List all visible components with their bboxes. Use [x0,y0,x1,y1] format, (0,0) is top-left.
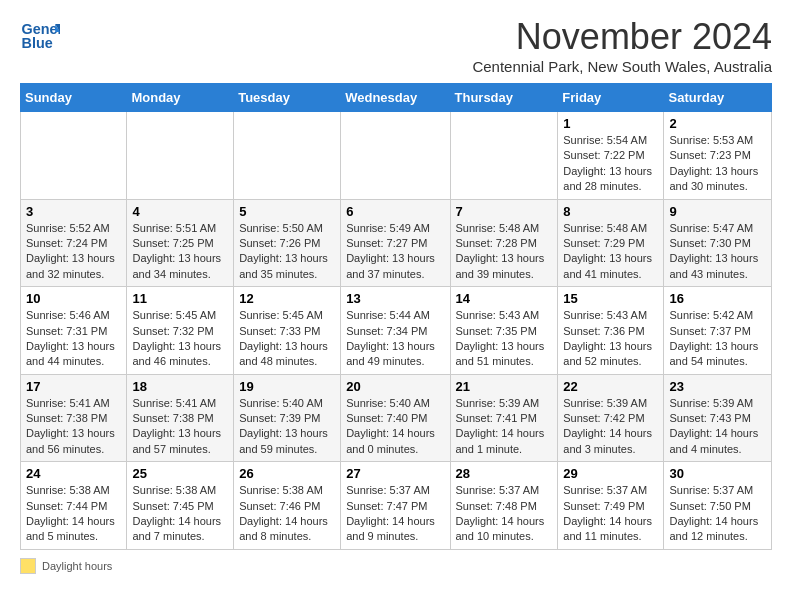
calendar-cell [341,112,450,200]
calendar-cell: 28Sunrise: 5:37 AM Sunset: 7:48 PM Dayli… [450,462,558,550]
header-friday: Friday [558,84,664,112]
day-info: Sunrise: 5:53 AM Sunset: 7:23 PM Dayligh… [669,133,766,195]
header-wednesday: Wednesday [341,84,450,112]
calendar-cell: 9Sunrise: 5:47 AM Sunset: 7:30 PM Daylig… [664,199,772,287]
calendar-cell: 17Sunrise: 5:41 AM Sunset: 7:38 PM Dayli… [21,374,127,462]
calendar-cell: 6Sunrise: 5:49 AM Sunset: 7:27 PM Daylig… [341,199,450,287]
day-number: 6 [346,204,444,219]
calendar-cell: 12Sunrise: 5:45 AM Sunset: 7:33 PM Dayli… [234,287,341,375]
calendar-cell: 11Sunrise: 5:45 AM Sunset: 7:32 PM Dayli… [127,287,234,375]
day-number: 13 [346,291,444,306]
calendar-cell [234,112,341,200]
day-info: Sunrise: 5:38 AM Sunset: 7:44 PM Dayligh… [26,483,121,545]
day-info: Sunrise: 5:54 AM Sunset: 7:22 PM Dayligh… [563,133,658,195]
day-number: 10 [26,291,121,306]
day-number: 12 [239,291,335,306]
day-number: 20 [346,379,444,394]
day-number: 7 [456,204,553,219]
day-info: Sunrise: 5:43 AM Sunset: 7:36 PM Dayligh… [563,308,658,370]
calendar-cell: 15Sunrise: 5:43 AM Sunset: 7:36 PM Dayli… [558,287,664,375]
week-row-1: 1Sunrise: 5:54 AM Sunset: 7:22 PM Daylig… [21,112,772,200]
day-info: Sunrise: 5:43 AM Sunset: 7:35 PM Dayligh… [456,308,553,370]
calendar-cell: 18Sunrise: 5:41 AM Sunset: 7:38 PM Dayli… [127,374,234,462]
calendar-cell: 30Sunrise: 5:37 AM Sunset: 7:50 PM Dayli… [664,462,772,550]
calendar-cell: 3Sunrise: 5:52 AM Sunset: 7:24 PM Daylig… [21,199,127,287]
calendar-cell: 13Sunrise: 5:44 AM Sunset: 7:34 PM Dayli… [341,287,450,375]
day-number: 21 [456,379,553,394]
day-number: 14 [456,291,553,306]
calendar-cell: 27Sunrise: 5:37 AM Sunset: 7:47 PM Dayli… [341,462,450,550]
day-info: Sunrise: 5:48 AM Sunset: 7:28 PM Dayligh… [456,221,553,283]
day-info: Sunrise: 5:45 AM Sunset: 7:33 PM Dayligh… [239,308,335,370]
logo-icon: General Blue [20,16,60,56]
day-number: 19 [239,379,335,394]
day-number: 5 [239,204,335,219]
day-number: 17 [26,379,121,394]
day-info: Sunrise: 5:50 AM Sunset: 7:26 PM Dayligh… [239,221,335,283]
day-number: 15 [563,291,658,306]
svg-text:General: General [22,21,60,37]
day-info: Sunrise: 5:39 AM Sunset: 7:43 PM Dayligh… [669,396,766,458]
header-saturday: Saturday [664,84,772,112]
week-row-3: 10Sunrise: 5:46 AM Sunset: 7:31 PM Dayli… [21,287,772,375]
day-number: 2 [669,116,766,131]
calendar-cell: 20Sunrise: 5:40 AM Sunset: 7:40 PM Dayli… [341,374,450,462]
day-info: Sunrise: 5:49 AM Sunset: 7:27 PM Dayligh… [346,221,444,283]
day-info: Sunrise: 5:47 AM Sunset: 7:30 PM Dayligh… [669,221,766,283]
day-info: Sunrise: 5:37 AM Sunset: 7:49 PM Dayligh… [563,483,658,545]
calendar-cell: 1Sunrise: 5:54 AM Sunset: 7:22 PM Daylig… [558,112,664,200]
calendar-cell: 23Sunrise: 5:39 AM Sunset: 7:43 PM Dayli… [664,374,772,462]
location-subtitle: Centennial Park, New South Wales, Austra… [472,58,772,75]
day-info: Sunrise: 5:39 AM Sunset: 7:42 PM Dayligh… [563,396,658,458]
day-info: Sunrise: 5:38 AM Sunset: 7:46 PM Dayligh… [239,483,335,545]
month-title: November 2024 [472,16,772,58]
daylight-legend-label: Daylight hours [42,560,112,572]
day-info: Sunrise: 5:37 AM Sunset: 7:50 PM Dayligh… [669,483,766,545]
day-info: Sunrise: 5:38 AM Sunset: 7:45 PM Dayligh… [132,483,228,545]
calendar-cell [127,112,234,200]
day-info: Sunrise: 5:41 AM Sunset: 7:38 PM Dayligh… [26,396,121,458]
calendar-cell: 8Sunrise: 5:48 AM Sunset: 7:29 PM Daylig… [558,199,664,287]
page-header: General Blue November 2024 Centennial Pa… [20,16,772,75]
day-info: Sunrise: 5:39 AM Sunset: 7:41 PM Dayligh… [456,396,553,458]
day-info: Sunrise: 5:40 AM Sunset: 7:40 PM Dayligh… [346,396,444,458]
calendar-cell: 25Sunrise: 5:38 AM Sunset: 7:45 PM Dayli… [127,462,234,550]
calendar-cell: 19Sunrise: 5:40 AM Sunset: 7:39 PM Dayli… [234,374,341,462]
calendar-cell [21,112,127,200]
calendar-cell: 5Sunrise: 5:50 AM Sunset: 7:26 PM Daylig… [234,199,341,287]
day-number: 1 [563,116,658,131]
day-number: 26 [239,466,335,481]
calendar-cell: 7Sunrise: 5:48 AM Sunset: 7:28 PM Daylig… [450,199,558,287]
week-row-2: 3Sunrise: 5:52 AM Sunset: 7:24 PM Daylig… [21,199,772,287]
day-number: 29 [563,466,658,481]
header-tuesday: Tuesday [234,84,341,112]
day-number: 11 [132,291,228,306]
calendar-cell: 24Sunrise: 5:38 AM Sunset: 7:44 PM Dayli… [21,462,127,550]
day-info: Sunrise: 5:46 AM Sunset: 7:31 PM Dayligh… [26,308,121,370]
calendar-cell [450,112,558,200]
calendar-cell: 10Sunrise: 5:46 AM Sunset: 7:31 PM Dayli… [21,287,127,375]
day-number: 23 [669,379,766,394]
day-info: Sunrise: 5:45 AM Sunset: 7:32 PM Dayligh… [132,308,228,370]
day-number: 27 [346,466,444,481]
calendar-cell: 2Sunrise: 5:53 AM Sunset: 7:23 PM Daylig… [664,112,772,200]
day-info: Sunrise: 5:40 AM Sunset: 7:39 PM Dayligh… [239,396,335,458]
day-number: 18 [132,379,228,394]
calendar-cell: 16Sunrise: 5:42 AM Sunset: 7:37 PM Dayli… [664,287,772,375]
calendar-table: SundayMondayTuesdayWednesdayThursdayFrid… [20,83,772,550]
day-info: Sunrise: 5:52 AM Sunset: 7:24 PM Dayligh… [26,221,121,283]
day-number: 22 [563,379,658,394]
day-number: 16 [669,291,766,306]
day-number: 3 [26,204,121,219]
calendar-cell: 21Sunrise: 5:39 AM Sunset: 7:41 PM Dayli… [450,374,558,462]
week-row-5: 24Sunrise: 5:38 AM Sunset: 7:44 PM Dayli… [21,462,772,550]
day-number: 30 [669,466,766,481]
calendar-cell: 29Sunrise: 5:37 AM Sunset: 7:49 PM Dayli… [558,462,664,550]
day-info: Sunrise: 5:37 AM Sunset: 7:47 PM Dayligh… [346,483,444,545]
header-thursday: Thursday [450,84,558,112]
header-sunday: Sunday [21,84,127,112]
logo: General Blue [20,16,60,56]
day-number: 24 [26,466,121,481]
day-info: Sunrise: 5:41 AM Sunset: 7:38 PM Dayligh… [132,396,228,458]
day-info: Sunrise: 5:42 AM Sunset: 7:37 PM Dayligh… [669,308,766,370]
